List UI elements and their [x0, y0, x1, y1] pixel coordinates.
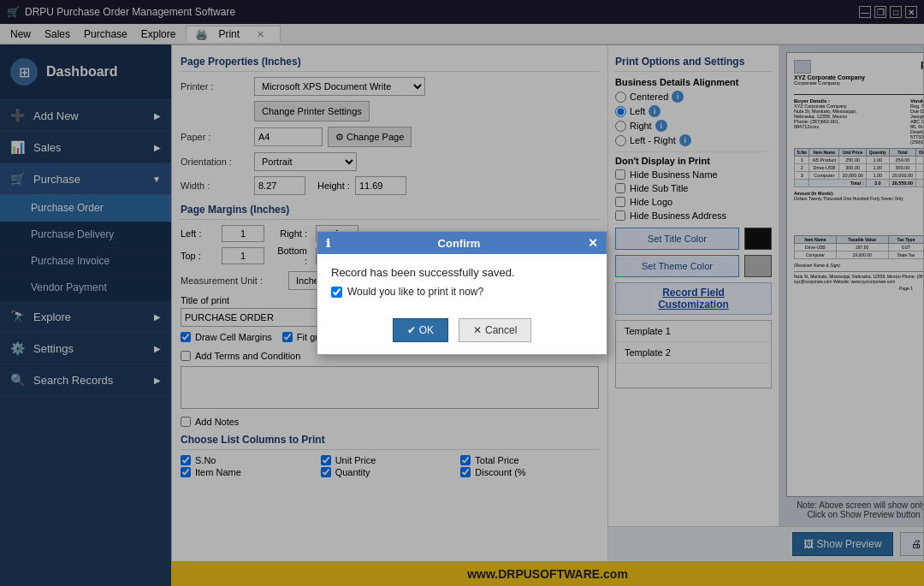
dialog-title-bar: ℹ Confirm ✕	[317, 232, 607, 254]
dialog-overlay: ℹ Confirm ✕ Record has been successfully…	[0, 0, 924, 586]
dialog-title-icon: ℹ	[326, 237, 330, 250]
dialog-ok-button[interactable]: ✔ OK	[393, 318, 448, 342]
print-now-checkbox[interactable]	[331, 287, 342, 298]
print-now-label: Would you like to print it now?	[347, 286, 483, 298]
dialog-message: Record has been successfully saved.	[331, 266, 593, 279]
confirm-dialog: ℹ Confirm ✕ Record has been successfully…	[317, 231, 607, 355]
dialog-cancel-button[interactable]: ✕ Cancel	[459, 318, 531, 342]
dialog-close-button[interactable]: ✕	[588, 236, 598, 250]
dialog-title: Confirm	[438, 237, 481, 250]
check-icon: ✔	[407, 324, 416, 336]
x-icon: ✕	[473, 324, 482, 336]
dialog-checkbox-row: Would you like to print it now?	[331, 286, 593, 298]
dialog-content: Record has been successfully saved. Woul…	[317, 254, 607, 310]
dialog-buttons: ✔ OK ✕ Cancel	[317, 310, 607, 354]
